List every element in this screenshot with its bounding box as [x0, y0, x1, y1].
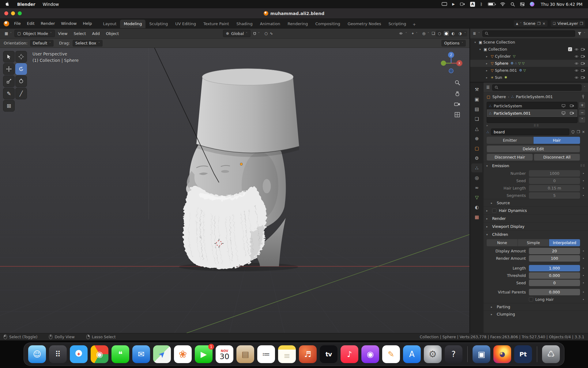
dock-item-trash[interactable]: ♺	[542, 345, 560, 363]
dock-item-finder[interactable]: ☺	[28, 345, 46, 363]
outliner-row-sphere[interactable]: ▸ ▽ Sphere ⚙ ∴ ▽ ▽	[470, 60, 588, 67]
snapping-toggle[interactable]: Ω ˅	[251, 31, 262, 36]
dock-item-pages[interactable]: ✎	[382, 345, 400, 363]
tab-uv-editing[interactable]: UV Editing	[172, 20, 200, 28]
pan-hand-icon[interactable]	[454, 91, 460, 97]
properties-search-input[interactable]	[492, 84, 582, 91]
add-workspace-button[interactable]: +	[410, 21, 419, 28]
remove-particle-system-button[interactable]: −	[579, 109, 586, 116]
battery-icon[interactable]	[488, 2, 495, 6]
shading-solid-button[interactable]: ●	[444, 31, 449, 36]
animate-dot-icon[interactable]: •	[580, 179, 587, 183]
render-amount-input[interactable]: 100	[529, 255, 580, 262]
xray-toggle[interactable]: ❏	[432, 31, 435, 36]
animate-dot-icon[interactable]: •	[580, 249, 587, 253]
new-datablock-icon[interactable]: ❐	[577, 130, 580, 134]
add-cube-tool[interactable]: ⊞	[3, 100, 15, 112]
render-toggle-icon[interactable]	[569, 111, 575, 115]
bluetooth-icon[interactable]: ᛒ	[480, 2, 483, 7]
outliner-search-input[interactable]	[482, 30, 575, 37]
tab-texture[interactable]: ▦	[471, 213, 482, 221]
tab-constraints[interactable]: ∞	[471, 183, 482, 192]
tab-object[interactable]: ▢	[471, 144, 482, 153]
tab-modeling[interactable]: Modeling	[120, 20, 145, 28]
long-hair-checkbox[interactable]	[529, 297, 533, 301]
measure-tool[interactable]: ╱	[15, 88, 27, 99]
tab-animation[interactable]: Animation	[256, 20, 284, 28]
dock-item-app-store[interactable]: A	[403, 345, 421, 363]
menubar-app-name[interactable]: Blender	[17, 2, 35, 7]
menu-edit[interactable]: Edit	[24, 20, 38, 27]
options-dropdown[interactable]: Options ˅	[441, 40, 466, 47]
orientation-setting-dropdown[interactable]: Default ˅	[30, 40, 54, 47]
zoom-icon[interactable]	[454, 80, 460, 86]
tab-scene[interactable]: △	[471, 124, 482, 133]
dock-item-tv[interactable]: tv	[320, 345, 337, 363]
unlink-datablock-icon[interactable]: ×	[582, 130, 585, 134]
animate-dot-icon[interactable]: •	[580, 186, 587, 190]
collection-checkbox[interactable]: ✓	[568, 47, 572, 51]
specials-menu-button[interactable]: ˅	[579, 117, 586, 123]
virtual-parents-input[interactable]: 0.000	[529, 289, 580, 295]
dock-item-mail[interactable]: ✉	[132, 345, 150, 363]
disclosure-icon[interactable]: ▸	[484, 69, 489, 72]
tab-layout[interactable]: Layout	[99, 20, 120, 28]
viewport-display-panel-header[interactable]: ▸ Viewport Display	[484, 222, 588, 230]
unlink-scene-icon[interactable]: ×	[542, 21, 545, 26]
emission-panel-header[interactable]: ▾ Emission ⠿⠿	[484, 162, 588, 170]
control-center-icon[interactable]	[520, 2, 525, 7]
dock-item-safari[interactable]: ✦	[70, 345, 88, 363]
outliner-row-collection[interactable]: ▾ ▣ Collection ✓	[470, 46, 588, 53]
dock-item-garageband[interactable]: ♬	[299, 345, 317, 363]
head-model[interactable]	[179, 69, 299, 271]
menubar-clock[interactable]: Thu 30 Nov 6:42 PM	[541, 2, 582, 7]
hide-eye-icon[interactable]	[573, 76, 580, 79]
tab-particles[interactable]: ∴	[471, 163, 482, 172]
children-panel-header[interactable]: ▾ Children	[484, 230, 588, 238]
object-visibility-dropdown[interactable]: ˅	[396, 32, 409, 35]
scale-tool[interactable]	[3, 75, 15, 87]
tab-material[interactable]: ◐	[471, 203, 482, 212]
dock-item-contacts[interactable]: ▤	[236, 345, 254, 363]
annotate-tool[interactable]: ✎	[3, 88, 15, 99]
children-interpolated-button[interactable]: Interpolated	[549, 239, 580, 246]
transform-tool[interactable]	[15, 75, 27, 87]
dock-item-settings[interactable]: ⚙	[424, 345, 442, 363]
tab-geometry-nodes[interactable]: Geometry Nodes	[344, 20, 385, 28]
particle-system-item-active[interactable]: ∴ ParticleSystem.001	[487, 109, 577, 117]
dock-item-facetime[interactable]: ▶1	[195, 345, 213, 363]
tab-tool[interactable]: ⚒	[471, 85, 482, 94]
animate-dot-icon[interactable]: •	[580, 266, 587, 270]
shading-wireframe-button[interactable]: ○	[437, 31, 442, 36]
animate-dot-icon[interactable]: •	[580, 274, 587, 278]
dock-item-podcasts[interactable]: ◉	[361, 345, 379, 363]
dock-item-messages[interactable]: ❝	[111, 345, 129, 363]
animate-dot-icon[interactable]: •	[580, 171, 587, 175]
viewport-toggle-icon[interactable]	[560, 111, 567, 115]
outliner-row-cylinder[interactable]: ▸ ▽ Cylinder ▽	[470, 53, 588, 60]
breadcrumb-object[interactable]: Sphere	[492, 94, 506, 99]
view-layer-selector[interactable]: ❏ ViewLayer ❐	[550, 20, 586, 27]
dock-item-photos[interactable]: ❀	[174, 345, 192, 363]
menu-object[interactable]: Object	[103, 30, 122, 37]
blender-logo-icon[interactable]	[4, 21, 9, 26]
disclosure-icon[interactable]: ▸	[484, 62, 489, 65]
tab-texture-paint[interactable]: Texture Paint	[200, 20, 233, 28]
dock-item-reminders[interactable]: ≔	[257, 345, 275, 363]
new-scene-icon[interactable]: ❐	[537, 21, 541, 26]
children-none-button[interactable]: None	[487, 239, 518, 246]
dock-item-launchpad[interactable]: ⠿	[49, 345, 67, 363]
disclosure-icon[interactable]: ▸	[487, 124, 488, 127]
menu-window[interactable]: Window	[58, 20, 80, 27]
hide-eye-icon[interactable]	[573, 55, 580, 58]
outliner-row-sun[interactable]: ▸ ☀ Sun ✱	[470, 74, 588, 81]
playback-icon[interactable]: ▶	[452, 2, 455, 7]
dock-item-photo-viewer[interactable]: ▣	[473, 345, 490, 363]
screen-mirroring-icon[interactable]	[442, 2, 447, 7]
menu-view[interactable]: View	[55, 30, 70, 37]
disable-render-icon[interactable]	[580, 55, 586, 58]
filter-icon[interactable]	[578, 32, 582, 36]
tab-object-data[interactable]: ▽	[471, 193, 482, 202]
hide-eye-icon[interactable]	[573, 62, 580, 65]
disable-render-icon[interactable]	[580, 76, 586, 79]
